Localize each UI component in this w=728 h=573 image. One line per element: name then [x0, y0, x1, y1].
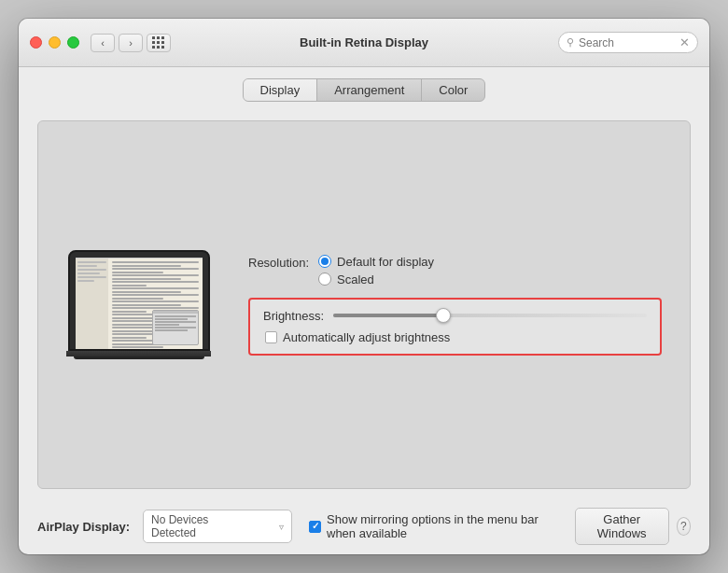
- search-clear-icon[interactable]: ✕: [679, 35, 690, 49]
- tabs-bar: Display Arrangement Color: [19, 67, 709, 111]
- resolution-default-option[interactable]: Default for display: [318, 255, 434, 269]
- bottom-right: Gather Windows ?: [575, 508, 691, 545]
- tab-display[interactable]: Display: [244, 79, 318, 101]
- main-content: Resolution: Default for display Scaled: [19, 111, 709, 498]
- resolution-default-label: Default for display: [337, 255, 434, 269]
- main-window: ‹ › Built-in Retina Display ⚲ ✕ Display …: [19, 19, 709, 554]
- mac-screen-outer: [68, 250, 210, 351]
- display-settings: Resolution: Default for display Scaled: [248, 255, 662, 356]
- titlebar: ‹ › Built-in Retina Display ⚲ ✕: [19, 19, 709, 67]
- maximize-button[interactable]: [67, 36, 79, 49]
- traffic-lights: [30, 36, 79, 49]
- resolution-scaled-option[interactable]: Scaled: [318, 273, 434, 286]
- display-panel: Resolution: Default for display Scaled: [37, 120, 691, 489]
- resolution-default-radio[interactable]: [318, 255, 331, 268]
- slider-thumb[interactable]: [436, 308, 451, 323]
- slider-fill: [333, 314, 443, 317]
- chevron-down-icon: ▿: [279, 522, 284, 532]
- mac-foot: [74, 356, 204, 359]
- mac-screen-inner: [76, 258, 203, 349]
- minimize-button[interactable]: [49, 36, 61, 49]
- forward-button[interactable]: ›: [119, 34, 143, 52]
- auto-brightness-label: Automatically adjust brightness: [283, 330, 450, 344]
- mirroring-check-box[interactable]: ✓: [309, 521, 321, 533]
- search-box[interactable]: ⚲ ✕: [558, 32, 698, 53]
- back-button[interactable]: ‹: [91, 34, 115, 52]
- resolution-options: Default for display Scaled: [318, 255, 434, 286]
- airplay-dropdown[interactable]: No Devices Detected ▿: [143, 510, 292, 543]
- tab-group: Display Arrangement Color: [243, 78, 486, 102]
- search-input[interactable]: [579, 36, 675, 49]
- radio-selected-indicator: [321, 258, 329, 265]
- resolution-label: Resolution:: [248, 255, 309, 270]
- resolution-row: Resolution: Default for display Scaled: [248, 255, 662, 286]
- tab-arrangement[interactable]: Arrangement: [317, 79, 422, 101]
- brightness-slider[interactable]: [333, 314, 647, 317]
- help-button[interactable]: ?: [677, 517, 691, 536]
- window-title: Built-in Retina Display: [300, 35, 428, 49]
- resolution-scaled-label: Scaled: [337, 273, 374, 286]
- grid-icon: [152, 36, 165, 49]
- gather-windows-button[interactable]: Gather Windows: [575, 508, 669, 545]
- mirroring-checkbox[interactable]: ✓ Show mirroring options in the menu bar…: [309, 512, 562, 540]
- brightness-row: Brightness:: [263, 309, 647, 323]
- auto-brightness-checkbox[interactable]: [265, 331, 277, 343]
- mirroring-label: Show mirroring options in the menu bar w…: [327, 512, 562, 540]
- grid-button[interactable]: [147, 34, 171, 52]
- close-button[interactable]: [30, 36, 42, 49]
- bottom-bar: AirPlay Display: No Devices Detected ▿ ✓…: [19, 498, 709, 554]
- auto-brightness-row[interactable]: Automatically adjust brightness: [263, 330, 647, 344]
- airplay-dropdown-text: No Devices Detected: [151, 513, 251, 539]
- tab-color[interactable]: Color: [422, 79, 484, 101]
- resolution-scaled-radio[interactable]: [318, 273, 331, 286]
- airplay-label: AirPlay Display:: [37, 520, 130, 534]
- check-mark-icon: ✓: [312, 522, 319, 531]
- search-icon: ⚲: [567, 36, 574, 49]
- brightness-label: Brightness:: [263, 309, 324, 323]
- nav-buttons: ‹ ›: [91, 34, 143, 52]
- brightness-section: Brightness: Automatically adjust brightn…: [248, 298, 662, 356]
- mac-illustration: [66, 250, 211, 359]
